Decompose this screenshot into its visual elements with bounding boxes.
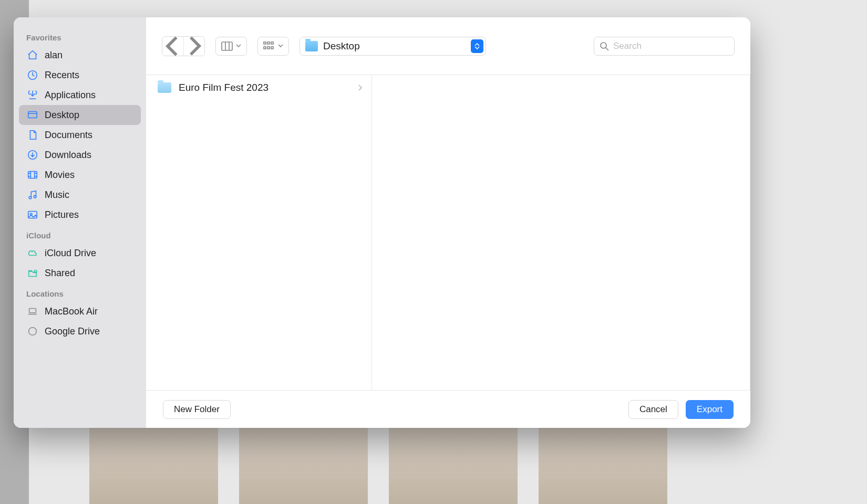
browser-row-label: Euro Film Fest 2023 — [179, 82, 269, 93]
sidebar: FavoritesalanRecentsApplicationsDesktopD… — [14, 17, 146, 428]
disk-icon — [26, 325, 39, 338]
sidebar-item-label: Recents — [45, 70, 79, 81]
folder-icon — [305, 41, 318, 51]
main-area: Desktop Euro Film Fest 2023 New Folder C… — [146, 17, 750, 428]
grid-group-icon — [263, 41, 275, 51]
sidebar-item-documents[interactable]: Documents — [19, 125, 141, 145]
save-export-sheet: FavoritesalanRecentsApplicationsDesktopD… — [14, 17, 750, 428]
sidebar-item-label: Google Drive — [45, 326, 100, 337]
doc-icon — [26, 129, 39, 141]
svg-rect-7 — [267, 47, 270, 49]
nav-back-forward-group — [162, 36, 205, 56]
chevron-left-icon — [162, 36, 183, 56]
shared-icon — [26, 267, 39, 279]
cancel-button[interactable]: Cancel — [628, 400, 678, 419]
clock-icon — [26, 69, 39, 81]
sidebar-section-title: Favorites — [19, 27, 141, 45]
sidebar-item-label: Desktop — [45, 110, 79, 121]
column-browser: Euro Film Fest 2023 — [146, 75, 750, 390]
sidebar-item-downloads[interactable]: Downloads — [19, 145, 141, 165]
sidebar-item-label: Music — [45, 190, 69, 201]
folder-icon — [158, 82, 171, 93]
background-thumbnails — [29, 423, 867, 504]
home-icon — [26, 49, 39, 61]
search-icon — [600, 41, 609, 51]
desktop-icon — [26, 109, 39, 121]
sidebar-section-title: iCloud — [19, 225, 141, 243]
export-button[interactable]: Export — [686, 400, 734, 419]
svg-rect-5 — [271, 42, 273, 44]
chevron-down-icon — [474, 46, 480, 49]
music-icon — [26, 188, 39, 201]
sidebar-item-recents[interactable]: Recents — [19, 65, 141, 85]
group-by-button[interactable] — [257, 37, 289, 56]
sidebar-item-google-drive[interactable]: Google Drive — [19, 321, 141, 341]
sidebar-item-movies[interactable]: Movies — [19, 165, 141, 185]
chevron-right-icon — [358, 82, 362, 93]
chevron-down-icon — [236, 44, 241, 48]
location-popup[interactable]: Desktop — [300, 37, 486, 56]
toolbar: Desktop — [146, 17, 750, 75]
sidebar-item-label: Movies — [45, 170, 75, 181]
browser-column — [372, 75, 750, 390]
sidebar-item-label: Pictures — [45, 209, 79, 220]
sidebar-item-desktop[interactable]: Desktop — [19, 105, 141, 125]
svg-rect-0 — [222, 42, 232, 50]
location-stepper — [471, 39, 483, 53]
sidebar-item-label: alan — [45, 50, 63, 61]
browser-column: Euro Film Fest 2023 — [146, 75, 372, 390]
search-field-container — [594, 37, 735, 56]
svg-rect-3 — [264, 42, 266, 44]
sidebar-item-label: Applications — [45, 90, 96, 101]
sidebar-item-label: iCloud Drive — [45, 248, 96, 259]
footer: New Folder Cancel Export — [146, 390, 750, 428]
download-icon — [26, 149, 39, 161]
svg-rect-6 — [264, 47, 266, 49]
sidebar-item-applications[interactable]: Applications — [19, 85, 141, 105]
svg-rect-4 — [267, 42, 270, 44]
sidebar-item-label: Documents — [45, 130, 92, 141]
location-name: Desktop — [323, 40, 466, 52]
cloud-icon — [26, 247, 39, 259]
svg-rect-8 — [271, 47, 273, 49]
sidebar-item-pictures[interactable]: Pictures — [19, 205, 141, 225]
sidebar-item-label: Downloads — [45, 150, 91, 161]
sidebar-item-label: MacBook Air — [45, 306, 98, 317]
sidebar-item-macbook-air[interactable]: MacBook Air — [19, 301, 141, 321]
chevron-right-icon — [184, 36, 204, 56]
view-columns-button[interactable] — [215, 37, 247, 56]
new-folder-button[interactable]: New Folder — [163, 400, 231, 419]
svg-point-9 — [601, 43, 606, 48]
sidebar-item-label: Shared — [45, 268, 75, 279]
picture-icon — [26, 208, 39, 221]
nav-forward-button[interactable] — [183, 37, 204, 56]
sidebar-item-music[interactable]: Music — [19, 185, 141, 205]
columns-icon — [221, 41, 233, 51]
laptop-icon — [26, 305, 39, 318]
sidebar-item-alan[interactable]: alan — [19, 45, 141, 65]
svg-line-10 — [606, 48, 608, 50]
search-input[interactable] — [613, 41, 729, 51]
apps-icon — [26, 89, 39, 101]
sidebar-section-title: Locations — [19, 283, 141, 301]
chevron-down-icon — [278, 44, 283, 48]
nav-back-button[interactable] — [162, 37, 183, 56]
movie-icon — [26, 169, 39, 181]
sidebar-item-shared[interactable]: Shared — [19, 263, 141, 283]
sidebar-item-icloud-drive[interactable]: iCloud Drive — [19, 243, 141, 263]
browser-row[interactable]: Euro Film Fest 2023 — [146, 75, 371, 100]
